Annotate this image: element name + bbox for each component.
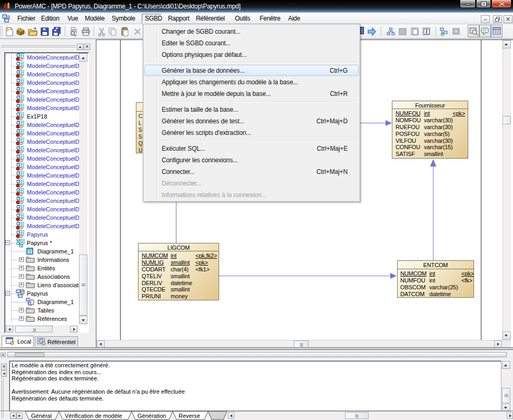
svg-text:Génération: Génération <box>137 413 166 419</box>
svg-text:Général: Général <box>31 413 52 419</box>
svg-text:Vérification de modèle: Vérification de modèle <box>65 413 122 419</box>
svg-text:Reverse: Reverse <box>179 413 200 419</box>
